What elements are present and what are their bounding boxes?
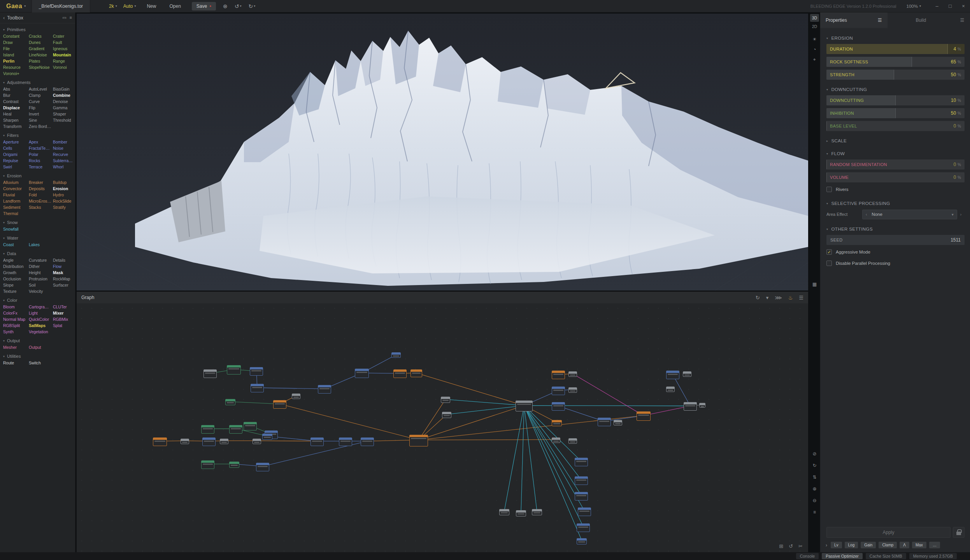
toolbox-node-switch[interactable]: Switch	[29, 360, 53, 366]
checkbox-rivers[interactable]: Rivers	[826, 185, 965, 194]
toolbox-node-rockslide[interactable]: RockSlide	[53, 198, 75, 204]
grid-icon[interactable]: ▦	[809, 282, 820, 287]
toolbox-section-output[interactable]: ▾Output	[0, 338, 75, 345]
minimize-button[interactable]: –	[930, 3, 944, 9]
menu-icon[interactable]: ≡	[809, 509, 820, 515]
properties-section-selective-processing[interactable]: ▾SELECTIVE PROCESSING	[826, 201, 965, 206]
toolbox-node-synth[interactable]: Synth	[3, 329, 29, 334]
toolbox-node-splat[interactable]: Splat	[53, 323, 75, 328]
field-seed[interactable]: SEED1511	[826, 235, 965, 245]
graph-node[interactable]	[552, 371, 565, 379]
graph-node[interactable]	[253, 439, 261, 444]
toolbox-node-coast[interactable]: Coast	[3, 242, 29, 247]
toolbox-node-voronoi+[interactable]: Voronoi+	[3, 71, 29, 76]
toolbox-node-stacks[interactable]: Stacks	[29, 205, 53, 210]
cut-icon[interactable]: ✂	[798, 543, 803, 549]
graph-node[interactable]	[391, 352, 401, 358]
toolbox-node-landform[interactable]: Landform	[3, 198, 29, 204]
slider-downcutting[interactable]: DOWNCUTTING10%	[826, 95, 965, 105]
toolbox-node-fractalte[interactable]: FractalTe…	[29, 145, 53, 151]
graph-node[interactable]	[568, 387, 577, 393]
toolbox-node-rockmap[interactable]: RockMap	[53, 276, 75, 282]
toolbox-node-distribution[interactable]: Distribution	[3, 264, 29, 269]
chevron-right-icon[interactable]: ›	[957, 212, 965, 217]
properties-section-scale[interactable]: ▸SCALE	[826, 138, 965, 143]
toolbox-node-blur[interactable]: Blur	[3, 93, 29, 98]
toolbox-node-plates[interactable]: Plates	[29, 58, 53, 64]
toolbox-section-color[interactable]: ▾Color	[0, 298, 75, 304]
toolbox-node-cartogra[interactable]: Cartogra…	[29, 304, 53, 310]
chevron-left-icon[interactable]: ‹	[863, 212, 870, 217]
toolbox-node-recurve[interactable]: Recurve	[53, 152, 75, 157]
toolbox-node-microeros[interactable]: MicroEros…	[29, 198, 53, 204]
graph-node[interactable]	[250, 367, 263, 376]
graph-node[interactable]	[575, 476, 588, 485]
toolbox-node-heal[interactable]: Heal	[3, 111, 29, 117]
toolbox-node-fold[interactable]: Fold	[29, 192, 53, 198]
graph-node[interactable]	[577, 538, 587, 544]
mode-3d-button[interactable]: 3D	[810, 14, 819, 22]
toolbox-node-fluvial[interactable]: Fluvial	[3, 192, 29, 198]
toolbox-node-transform[interactable]: Transform	[3, 124, 29, 129]
slider-base-level[interactable]: BASE LEVEL0%	[826, 121, 965, 131]
graph-canvas[interactable]: ⊞↺✂	[77, 303, 808, 552]
toolbox-node-details[interactable]: Details	[53, 257, 75, 263]
toolbox-node-vegetation[interactable]: Vegetation	[29, 329, 53, 334]
toolbox-node-voronoi[interactable]: Voronoi	[53, 65, 75, 70]
graph-node[interactable]	[201, 460, 214, 469]
caret-down-icon[interactable]: ▾	[766, 295, 769, 301]
toolbox-section-erosion[interactable]: ▾Erosion	[0, 173, 75, 180]
quickbar-more-button[interactable]: …	[929, 542, 940, 548]
toolbox-section-water[interactable]: ▾Water	[0, 236, 75, 242]
toolbox-node-sharpen[interactable]: Sharpen	[3, 117, 29, 123]
graph-node[interactable]	[244, 422, 257, 430]
terrain-viewport[interactable]	[77, 14, 808, 290]
graph-node[interactable]	[441, 397, 450, 403]
toolbox-node-zero-bord[interactable]: Zero Bord…	[29, 124, 53, 129]
toolbox-node-crater[interactable]: Crater	[53, 33, 75, 39]
menu-icon[interactable]: ☰	[878, 18, 882, 23]
apply-button[interactable]: Apply	[826, 527, 951, 538]
graph-node[interactable]	[598, 418, 611, 426]
slider-random-sedimentation[interactable]: RANDOM SEDIMENTATION0%	[826, 159, 965, 170]
toolbox-node-origami[interactable]: Origami	[3, 152, 29, 157]
status-console[interactable]: Console	[796, 553, 819, 559]
toolbox-node-rgbsplit[interactable]: RGBSplit	[3, 323, 29, 328]
toolbox-section-data[interactable]: ▾Data	[0, 251, 75, 257]
toolbox-node-apex[interactable]: Apex	[29, 139, 53, 145]
graph-node[interactable]	[361, 438, 374, 446]
toolbox-node-gradient[interactable]: Gradient	[29, 46, 53, 51]
graph-node[interactable]	[552, 438, 560, 443]
undo-icon[interactable]: ↺▾	[235, 3, 242, 9]
checkbox-aggressive-mode[interactable]: ✓Aggressive Mode	[826, 248, 965, 256]
close-button[interactable]: ×	[957, 3, 970, 9]
graph-node[interactable]	[552, 420, 562, 426]
toolbox-node-subterra[interactable]: Subterra…	[53, 158, 75, 163]
graph-node[interactable]	[310, 438, 324, 446]
quickbar-gain-button[interactable]: Gain	[861, 542, 876, 548]
status-cache-size-50mb[interactable]: Cache Size 50MB	[866, 553, 906, 559]
toolbox-node-dunes[interactable]: Dunes	[29, 40, 53, 45]
slider-rock-softness[interactable]: ROCK SOFTNESS65%	[826, 57, 965, 67]
toolbox-node-sine[interactable]: Sine	[29, 117, 53, 123]
status-passive-optimizer[interactable]: Passive Optimizer	[822, 553, 863, 559]
toolbox-node-igneous[interactable]: Igneous	[53, 46, 75, 51]
toolbox-node-lakes[interactable]: Lakes	[29, 242, 53, 247]
toolbox-section-snow[interactable]: ▾Snow	[0, 220, 75, 226]
toolbox-node-whorl[interactable]: Whorl	[53, 164, 75, 170]
graph-node[interactable]	[552, 402, 565, 411]
toolbox-node-denoise[interactable]: Denoise	[53, 99, 75, 104]
toolbox-node-height[interactable]: Height	[29, 270, 53, 275]
toolbox-node-island[interactable]: Island	[3, 52, 29, 58]
toolbox-node-angle[interactable]: Angle	[3, 257, 29, 263]
toolbox-node-bloom[interactable]: Bloom	[3, 304, 29, 310]
toolbox-node-clamp[interactable]: Clamp	[29, 93, 53, 98]
quickbar--button[interactable]: Λ	[900, 542, 909, 548]
toolbox-node-deposits[interactable]: Deposits	[29, 186, 53, 191]
toolbox-node-abs[interactable]: Abs	[3, 86, 29, 92]
toolbox-node-file[interactable]: File	[3, 46, 29, 51]
layout-icon[interactable]: ▭	[62, 15, 66, 20]
add-icon[interactable]: ⊕	[809, 486, 820, 492]
save-button[interactable]: Save●	[192, 2, 216, 10]
toolbox-node-invert[interactable]: Invert	[29, 111, 53, 117]
